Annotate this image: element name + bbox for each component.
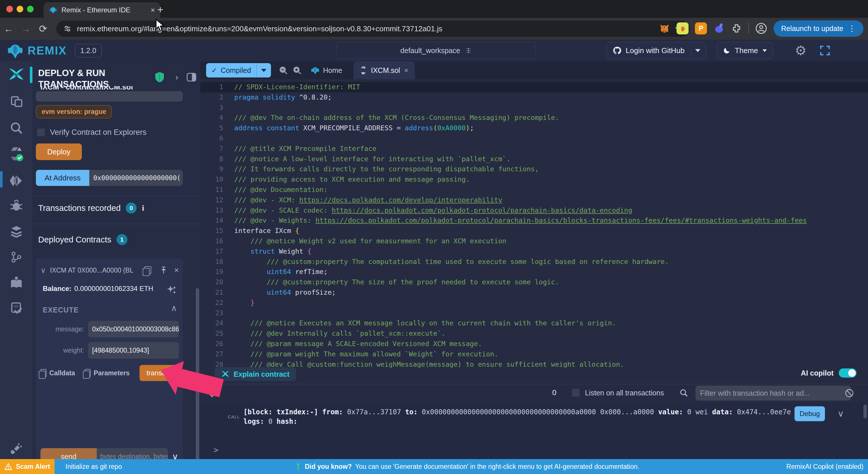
code-line[interactable]: 4/// @dev The on-chain address of the XC…	[200, 113, 868, 123]
contract-card-header[interactable]: ∨ IXCM AT 0X000...A0000 (BL ×	[40, 266, 179, 275]
deploy-and-run-icon[interactable]	[0, 171, 32, 190]
code-line[interactable]: 11/// @dev Documentation:	[200, 185, 868, 195]
file-explorer-icon[interactable]	[0, 92, 32, 111]
shield-icon[interactable]	[154, 71, 165, 83]
filter-input[interactable]: Filter with transaction hash or ad...	[695, 386, 851, 401]
file-tab-ixcm[interactable]: IXCM.sol ×	[353, 61, 415, 79]
workspace-selector[interactable]: default_workspace	[337, 42, 536, 59]
plugin-manager-icon[interactable]	[0, 440, 32, 458]
search-icon[interactable]	[0, 119, 32, 137]
compiled-button[interactable]: ✓Compiled	[206, 63, 271, 77]
compiled-caret-icon[interactable]	[261, 69, 267, 72]
code-line[interactable]: 7/// @title XCM Precompile Interface	[200, 144, 868, 154]
transact-button[interactable]: transact	[140, 365, 178, 381]
code-line[interactable]: 17 struct Weight {	[200, 247, 868, 257]
deploy-button[interactable]: Deploy	[36, 144, 82, 160]
message-input[interactable]: 0x050c000401000003008c864	[88, 321, 179, 338]
new-tab-button[interactable]: +	[157, 5, 163, 15]
parameters-copy-icon[interactable]	[85, 369, 91, 377]
explain-contract-button[interactable]: Explain contract	[215, 367, 296, 381]
zoom-window-button[interactable]	[27, 6, 34, 12]
close-tab-icon[interactable]: ×	[151, 6, 155, 14]
code-line[interactable]: 28 /// @dev Call @custom:function weighM…	[200, 359, 868, 368]
scam-alert-segment[interactable]: Scam Alert	[0, 459, 55, 474]
extensions-puzzle-icon[interactable]	[731, 23, 742, 34]
verify-checkbox[interactable]	[37, 129, 45, 136]
url-bar[interactable]: remix.ethereum.org/#lang=en&optimize&run…	[56, 21, 690, 37]
rabbit-extension-icon[interactable]	[713, 23, 725, 34]
static-analysis-icon[interactable]	[0, 222, 32, 241]
chrome-menu-icon[interactable]: ⋮	[848, 24, 856, 33]
profile-icon[interactable]	[755, 22, 767, 34]
settings-gear-icon[interactable]: ⚙	[795, 43, 807, 58]
code-line[interactable]: 2pragma solidity ^0.8.20;	[200, 92, 868, 103]
browser-tab[interactable]: Remix - Ethereum IDE ×	[43, 2, 160, 18]
code-line[interactable]: 14/// @dev - Weights: https://docs.polka…	[200, 216, 868, 226]
forward-icon[interactable]: →	[17, 23, 34, 34]
copy-address-icon[interactable]	[144, 266, 151, 274]
code-line[interactable]: 1// SPDX-License-Identifier: MIT	[200, 82, 868, 92]
clear-console-icon[interactable]	[844, 388, 854, 398]
panel-chevron-right-icon[interactable]: ›	[175, 72, 178, 82]
log-text[interactable]: [block: txIndex:-] from: 0x77a...37107 t…	[243, 407, 795, 426]
relaunch-button[interactable]: Relaunch to update ⋮	[774, 20, 863, 37]
at-address-button[interactable]: At Address	[36, 170, 89, 186]
code-line[interactable]: 18 /// @custom:property The computationa…	[200, 257, 868, 267]
fullscreen-icon[interactable]	[818, 44, 831, 57]
weight-input[interactable]: [498485000,10943]	[88, 342, 179, 359]
code-line[interactable]: 8/// @notice A low-level interface for i…	[200, 154, 868, 164]
login-caret-icon[interactable]	[695, 49, 701, 52]
terminal-search-icon[interactable]	[679, 388, 688, 398]
tune-icon[interactable]	[63, 24, 72, 33]
code-line[interactable]: 26 /// @param message A SCALE-encoded Ve…	[200, 339, 868, 349]
code-line[interactable]: 24 /// @notice Executes an XCM message l…	[200, 318, 868, 328]
code-line[interactable]: 19 uint64 refTime;	[200, 267, 868, 277]
terminal-expand-icon[interactable]	[207, 388, 217, 399]
debugger-icon[interactable]	[0, 197, 32, 215]
code-line[interactable]: 10/// providing access to XCM execution …	[200, 175, 868, 185]
ai-copilot-toggle[interactable]	[839, 369, 857, 378]
code-line[interactable]: 6	[200, 133, 868, 144]
calldata-copy-icon[interactable]	[40, 369, 46, 377]
execute-collapse-icon[interactable]: ∧	[171, 303, 177, 313]
contract-verification-icon[interactable]: <>	[0, 299, 32, 317]
login-github-button[interactable]: Login with GitHub	[607, 42, 706, 59]
code-line[interactable]: 9/// It forwards calls directly to the c…	[200, 164, 868, 175]
pin-contract-icon[interactable]	[160, 266, 167, 275]
code-line[interactable]: 25 /// @dev Internally calls `pallet_xcm…	[200, 328, 868, 339]
hand-extension-icon[interactable]	[677, 22, 689, 34]
code-line[interactable]: 21 uint64 proofSize;	[200, 287, 868, 298]
pin-panel-icon[interactable]	[186, 72, 197, 82]
remove-contract-icon[interactable]: ×	[174, 266, 179, 275]
code-line[interactable]: 16 /// @notice Weight v2 used for measur…	[200, 236, 868, 247]
code-line[interactable]: 20 /// @custom:property The size of the …	[200, 277, 868, 287]
git-icon[interactable]	[0, 248, 32, 266]
reload-icon[interactable]: ⟳	[34, 23, 52, 34]
calldata-label[interactable]: Calldata	[50, 369, 75, 377]
ai-sparkle-icon[interactable]	[166, 285, 177, 295]
remix-ai-icon[interactable]: AI	[0, 65, 32, 84]
metamask-extension-icon[interactable]	[659, 23, 670, 34]
code-editor[interactable]: 1// SPDX-License-Identifier: MIT2pragma …	[200, 79, 868, 368]
code-line[interactable]: 13/// @dev - SCALE codec: https://docs.p…	[200, 206, 868, 216]
back-icon[interactable]: ←	[0, 23, 17, 34]
theme-button[interactable]: Theme	[717, 42, 773, 59]
debug-button[interactable]: Debug	[795, 406, 825, 421]
code-line[interactable]: 22 }	[200, 298, 868, 308]
code-line[interactable]: 23	[200, 308, 868, 318]
solidity-compiler-icon[interactable]	[0, 145, 32, 163]
contract-select[interactable]	[36, 91, 183, 102]
listen-checkbox[interactable]	[572, 389, 580, 397]
parameters-label[interactable]: Parameters	[94, 369, 129, 377]
close-file-tab-icon[interactable]: ×	[404, 66, 408, 75]
minimize-window-button[interactable]	[17, 6, 23, 12]
p-extension-icon[interactable]: P	[695, 22, 707, 34]
code-line[interactable]: 12/// @dev - XCM: https://docs.polkadot.…	[200, 195, 868, 206]
code-line[interactable]: 3	[200, 103, 868, 113]
home-tab[interactable]: Home	[311, 66, 342, 75]
code-line[interactable]: 27 /// @param weight The maximum allowed…	[200, 349, 868, 359]
code-line[interactable]: 15interface IXcm {	[200, 226, 868, 236]
code-line[interactable]: 5address constant XCM_PRECOMPILE_ADDRESS…	[200, 123, 868, 133]
panel-scrollbar[interactable]	[196, 288, 199, 460]
git-init-label[interactable]: Initialize as git repo	[65, 463, 122, 471]
